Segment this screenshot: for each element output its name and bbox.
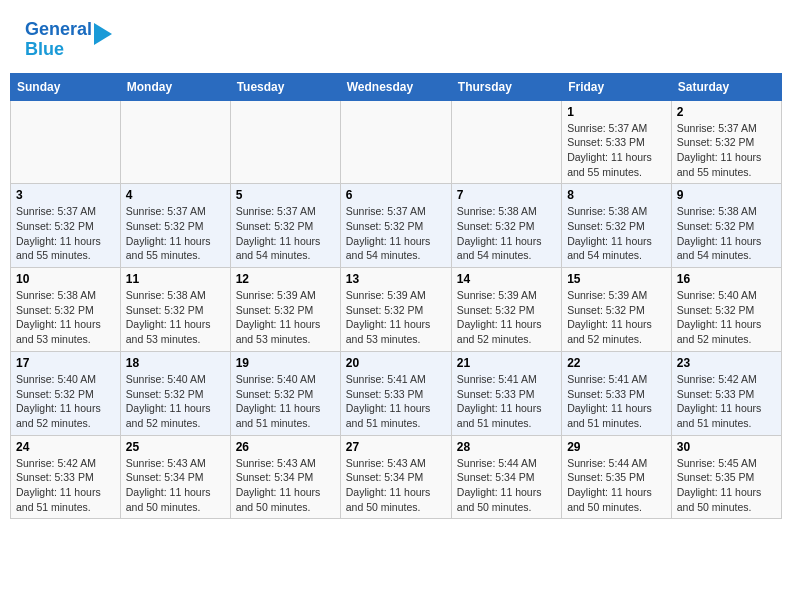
day-info: Sunrise: 5:37 AM Sunset: 5:33 PM Dayligh…	[567, 121, 666, 180]
day-number: 26	[236, 440, 335, 454]
day-info: Sunrise: 5:45 AM Sunset: 5:35 PM Dayligh…	[677, 456, 776, 515]
calendar-cell	[230, 100, 340, 184]
calendar-cell: 18Sunrise: 5:40 AM Sunset: 5:32 PM Dayli…	[120, 351, 230, 435]
day-number: 1	[567, 105, 666, 119]
weekday-header-wednesday: Wednesday	[340, 73, 451, 100]
calendar-cell: 25Sunrise: 5:43 AM Sunset: 5:34 PM Dayli…	[120, 435, 230, 519]
day-info: Sunrise: 5:41 AM Sunset: 5:33 PM Dayligh…	[457, 372, 556, 431]
day-number: 17	[16, 356, 115, 370]
weekday-header-tuesday: Tuesday	[230, 73, 340, 100]
calendar-cell: 3Sunrise: 5:37 AM Sunset: 5:32 PM Daylig…	[11, 184, 121, 268]
day-number: 19	[236, 356, 335, 370]
page-header: GeneralBlue	[10, 10, 782, 65]
weekday-header-friday: Friday	[562, 73, 672, 100]
calendar-cell: 14Sunrise: 5:39 AM Sunset: 5:32 PM Dayli…	[451, 268, 561, 352]
day-info: Sunrise: 5:39 AM Sunset: 5:32 PM Dayligh…	[236, 288, 335, 347]
weekday-header-saturday: Saturday	[671, 73, 781, 100]
calendar-cell: 9Sunrise: 5:38 AM Sunset: 5:32 PM Daylig…	[671, 184, 781, 268]
calendar-cell: 16Sunrise: 5:40 AM Sunset: 5:32 PM Dayli…	[671, 268, 781, 352]
day-info: Sunrise: 5:37 AM Sunset: 5:32 PM Dayligh…	[126, 204, 225, 263]
day-number: 27	[346, 440, 446, 454]
weekday-header-monday: Monday	[120, 73, 230, 100]
day-info: Sunrise: 5:38 AM Sunset: 5:32 PM Dayligh…	[16, 288, 115, 347]
day-number: 25	[126, 440, 225, 454]
calendar-cell: 23Sunrise: 5:42 AM Sunset: 5:33 PM Dayli…	[671, 351, 781, 435]
calendar-cell: 17Sunrise: 5:40 AM Sunset: 5:32 PM Dayli…	[11, 351, 121, 435]
day-info: Sunrise: 5:39 AM Sunset: 5:32 PM Dayligh…	[567, 288, 666, 347]
day-info: Sunrise: 5:38 AM Sunset: 5:32 PM Dayligh…	[126, 288, 225, 347]
day-info: Sunrise: 5:43 AM Sunset: 5:34 PM Dayligh…	[126, 456, 225, 515]
day-number: 3	[16, 188, 115, 202]
day-number: 6	[346, 188, 446, 202]
day-info: Sunrise: 5:37 AM Sunset: 5:32 PM Dayligh…	[236, 204, 335, 263]
day-number: 11	[126, 272, 225, 286]
calendar-cell: 15Sunrise: 5:39 AM Sunset: 5:32 PM Dayli…	[562, 268, 672, 352]
day-number: 5	[236, 188, 335, 202]
calendar-cell	[11, 100, 121, 184]
day-number: 14	[457, 272, 556, 286]
calendar-week-row: 1Sunrise: 5:37 AM Sunset: 5:33 PM Daylig…	[11, 100, 782, 184]
day-info: Sunrise: 5:41 AM Sunset: 5:33 PM Dayligh…	[346, 372, 446, 431]
day-number: 29	[567, 440, 666, 454]
calendar-cell: 13Sunrise: 5:39 AM Sunset: 5:32 PM Dayli…	[340, 268, 451, 352]
calendar-cell: 30Sunrise: 5:45 AM Sunset: 5:35 PM Dayli…	[671, 435, 781, 519]
calendar-cell: 26Sunrise: 5:43 AM Sunset: 5:34 PM Dayli…	[230, 435, 340, 519]
day-info: Sunrise: 5:37 AM Sunset: 5:32 PM Dayligh…	[346, 204, 446, 263]
logo-text: GeneralBlue	[25, 19, 92, 59]
day-info: Sunrise: 5:42 AM Sunset: 5:33 PM Dayligh…	[16, 456, 115, 515]
calendar-cell: 4Sunrise: 5:37 AM Sunset: 5:32 PM Daylig…	[120, 184, 230, 268]
calendar-cell: 5Sunrise: 5:37 AM Sunset: 5:32 PM Daylig…	[230, 184, 340, 268]
day-info: Sunrise: 5:38 AM Sunset: 5:32 PM Dayligh…	[677, 204, 776, 263]
day-number: 20	[346, 356, 446, 370]
day-number: 21	[457, 356, 556, 370]
day-number: 8	[567, 188, 666, 202]
calendar-cell: 1Sunrise: 5:37 AM Sunset: 5:33 PM Daylig…	[562, 100, 672, 184]
day-info: Sunrise: 5:40 AM Sunset: 5:32 PM Dayligh…	[126, 372, 225, 431]
day-info: Sunrise: 5:44 AM Sunset: 5:34 PM Dayligh…	[457, 456, 556, 515]
calendar-cell: 28Sunrise: 5:44 AM Sunset: 5:34 PM Dayli…	[451, 435, 561, 519]
day-number: 18	[126, 356, 225, 370]
day-number: 28	[457, 440, 556, 454]
weekday-header-thursday: Thursday	[451, 73, 561, 100]
day-info: Sunrise: 5:43 AM Sunset: 5:34 PM Dayligh…	[236, 456, 335, 515]
calendar-cell: 7Sunrise: 5:38 AM Sunset: 5:32 PM Daylig…	[451, 184, 561, 268]
calendar-week-row: 24Sunrise: 5:42 AM Sunset: 5:33 PM Dayli…	[11, 435, 782, 519]
day-number: 4	[126, 188, 225, 202]
day-number: 16	[677, 272, 776, 286]
calendar-cell: 12Sunrise: 5:39 AM Sunset: 5:32 PM Dayli…	[230, 268, 340, 352]
day-number: 7	[457, 188, 556, 202]
calendar-cell: 22Sunrise: 5:41 AM Sunset: 5:33 PM Dayli…	[562, 351, 672, 435]
day-info: Sunrise: 5:38 AM Sunset: 5:32 PM Dayligh…	[567, 204, 666, 263]
day-number: 9	[677, 188, 776, 202]
day-number: 10	[16, 272, 115, 286]
day-info: Sunrise: 5:43 AM Sunset: 5:34 PM Dayligh…	[346, 456, 446, 515]
calendar-cell: 6Sunrise: 5:37 AM Sunset: 5:32 PM Daylig…	[340, 184, 451, 268]
calendar-cell: 8Sunrise: 5:38 AM Sunset: 5:32 PM Daylig…	[562, 184, 672, 268]
calendar-cell: 11Sunrise: 5:38 AM Sunset: 5:32 PM Dayli…	[120, 268, 230, 352]
calendar-week-row: 3Sunrise: 5:37 AM Sunset: 5:32 PM Daylig…	[11, 184, 782, 268]
calendar-cell: 19Sunrise: 5:40 AM Sunset: 5:32 PM Dayli…	[230, 351, 340, 435]
calendar-cell: 24Sunrise: 5:42 AM Sunset: 5:33 PM Dayli…	[11, 435, 121, 519]
day-info: Sunrise: 5:38 AM Sunset: 5:32 PM Dayligh…	[457, 204, 556, 263]
day-info: Sunrise: 5:40 AM Sunset: 5:32 PM Dayligh…	[236, 372, 335, 431]
day-info: Sunrise: 5:39 AM Sunset: 5:32 PM Dayligh…	[346, 288, 446, 347]
day-info: Sunrise: 5:40 AM Sunset: 5:32 PM Dayligh…	[677, 288, 776, 347]
calendar-cell: 29Sunrise: 5:44 AM Sunset: 5:35 PM Dayli…	[562, 435, 672, 519]
calendar-week-row: 17Sunrise: 5:40 AM Sunset: 5:32 PM Dayli…	[11, 351, 782, 435]
calendar-cell: 2Sunrise: 5:37 AM Sunset: 5:32 PM Daylig…	[671, 100, 781, 184]
calendar-cell: 21Sunrise: 5:41 AM Sunset: 5:33 PM Dayli…	[451, 351, 561, 435]
day-info: Sunrise: 5:37 AM Sunset: 5:32 PM Dayligh…	[677, 121, 776, 180]
logo-arrow-icon	[94, 23, 112, 45]
day-number: 30	[677, 440, 776, 454]
day-number: 22	[567, 356, 666, 370]
logo: GeneralBlue	[25, 20, 112, 60]
calendar-cell: 10Sunrise: 5:38 AM Sunset: 5:32 PM Dayli…	[11, 268, 121, 352]
calendar-cell	[120, 100, 230, 184]
day-number: 15	[567, 272, 666, 286]
calendar-cell: 20Sunrise: 5:41 AM Sunset: 5:33 PM Dayli…	[340, 351, 451, 435]
day-info: Sunrise: 5:40 AM Sunset: 5:32 PM Dayligh…	[16, 372, 115, 431]
calendar-table: SundayMondayTuesdayWednesdayThursdayFrid…	[10, 73, 782, 520]
day-number: 23	[677, 356, 776, 370]
day-info: Sunrise: 5:42 AM Sunset: 5:33 PM Dayligh…	[677, 372, 776, 431]
calendar-cell	[451, 100, 561, 184]
